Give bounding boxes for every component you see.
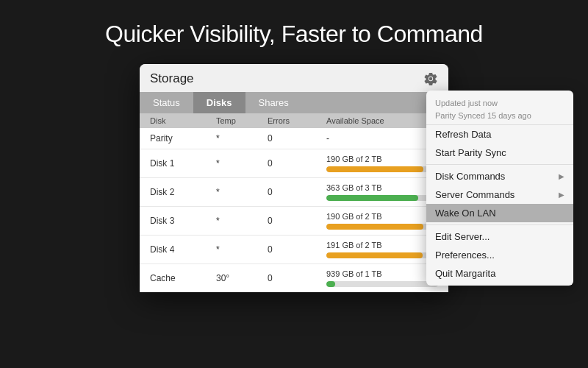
panel-header: Storage xyxy=(140,64,448,92)
table-row: Disk 4 * 0 191 GB of 2 TB xyxy=(140,236,448,264)
space-bar-container: 939 GB of 1 TB xyxy=(326,269,438,287)
dropdown-item[interactable]: Quit Margarita xyxy=(426,264,573,283)
table-body: Parity * 0 - Disk 1 * 0 190 GB of 2 TB D… xyxy=(140,128,448,292)
panel-title: Storage xyxy=(150,71,194,86)
bar-fill xyxy=(326,166,423,172)
space-label: 363 GB of 3 TB xyxy=(326,183,438,192)
col-space: Available Space xyxy=(326,116,438,125)
chevron-right-icon: ▶ xyxy=(559,191,564,199)
dropdown-item-label: Edit Server... xyxy=(435,231,490,242)
dropdown-menu: Updated just nowParity Synced 15 days ag… xyxy=(426,91,573,286)
disk-name: Disk 1 xyxy=(150,158,216,169)
update-time: Updated just now xyxy=(435,99,498,107)
disk-errors: 0 xyxy=(268,133,326,144)
tab-disks[interactable]: Disks xyxy=(193,92,245,113)
table-row: Disk 1 * 0 190 GB of 2 TB xyxy=(140,149,448,178)
space-bar-container: 190 GB of 2 TB xyxy=(326,155,438,172)
disk-errors: 0 xyxy=(268,158,326,169)
gear-icon[interactable] xyxy=(423,71,438,86)
panel-wrapper: Storage Status Disks Shares Disk Temp Er… xyxy=(140,64,448,292)
disk-errors: 0 xyxy=(268,244,326,255)
dropdown-item-label: Start Parity Sync xyxy=(435,147,506,158)
table-row: Cache 30° 0 939 GB of 1 TB xyxy=(140,264,448,292)
dropdown-item[interactable]: Server Commands▶ xyxy=(426,185,573,204)
dropdown-item[interactable]: Refresh Data xyxy=(426,125,573,144)
tabs-row: Status Disks Shares xyxy=(140,92,448,113)
disk-name: Parity xyxy=(150,133,216,144)
disk-temp: * xyxy=(216,158,268,169)
dropdown-item-label: Refresh Data xyxy=(435,129,492,140)
disk-temp: * xyxy=(216,216,268,226)
dropdown-info: Updated just nowParity Synced 15 days ag… xyxy=(426,93,573,125)
space-label: 191 GB of 2 TB xyxy=(326,241,438,250)
space-bar-container: 191 GB of 2 TB xyxy=(326,241,438,258)
chevron-right-icon: ▶ xyxy=(559,172,564,180)
space-label: 939 GB of 1 TB xyxy=(326,269,438,278)
disk-errors: 0 xyxy=(268,273,326,283)
bar-fill xyxy=(326,224,423,230)
dropdown-separator xyxy=(426,224,573,225)
tab-status[interactable]: Status xyxy=(140,92,193,113)
dropdown-separator xyxy=(426,164,573,165)
disk-errors: 0 xyxy=(268,216,326,226)
dropdown-item-label: Wake On LAN xyxy=(435,208,496,219)
dropdown-item[interactable]: Edit Server... xyxy=(426,227,573,246)
col-disk: Disk xyxy=(150,116,216,125)
dropdown-item[interactable]: Start Parity Sync xyxy=(426,144,573,162)
page-headline: Quicker Visibility, Faster to Command xyxy=(0,0,588,64)
space-label: 190 GB of 2 TB xyxy=(326,155,438,163)
bar-track xyxy=(326,166,438,172)
disk-temp: 30° xyxy=(216,273,268,283)
disk-name: Cache xyxy=(150,273,216,283)
dropdown-item[interactable]: Preferences... xyxy=(426,246,573,264)
bar-fill xyxy=(326,252,423,258)
disk-errors: 0 xyxy=(268,187,326,197)
disk-temp: * xyxy=(216,133,268,144)
space-bar-container: 190 GB of 2 TB xyxy=(326,212,438,230)
bar-fill xyxy=(326,281,335,287)
bar-track xyxy=(326,224,438,230)
dropdown-item[interactable]: Wake On LAN xyxy=(426,204,573,222)
col-errors: Errors xyxy=(268,116,326,125)
space-label: - xyxy=(326,133,438,144)
storage-panel: Storage Status Disks Shares Disk Temp Er… xyxy=(140,64,448,292)
dropdown-item-label: Preferences... xyxy=(435,250,495,261)
bar-track xyxy=(326,281,438,287)
space-label: 190 GB of 2 TB xyxy=(326,212,438,221)
table-header: Disk Temp Errors Available Space xyxy=(140,113,448,128)
bar-track xyxy=(326,252,438,258)
parity-time: Parity Synced 15 days ago xyxy=(435,111,531,120)
disk-temp: * xyxy=(216,244,268,255)
disk-name: Disk 2 xyxy=(150,187,216,197)
main-area: Storage Status Disks Shares Disk Temp Er… xyxy=(0,64,588,292)
bar-fill xyxy=(326,195,418,201)
dropdown-item[interactable]: Disk Commands▶ xyxy=(426,167,573,185)
table-row: Disk 3 * 0 190 GB of 2 TB xyxy=(140,207,448,236)
space-bar-container: 363 GB of 3 TB xyxy=(326,183,438,201)
bar-track xyxy=(326,195,438,201)
col-temp: Temp xyxy=(216,116,268,125)
dropdown-item-label: Disk Commands xyxy=(435,171,505,182)
disk-temp: * xyxy=(216,187,268,197)
table-row: Parity * 0 - xyxy=(140,128,448,149)
tab-shares[interactable]: Shares xyxy=(245,92,302,113)
dropdown-item-label: Quit Margarita xyxy=(435,268,495,279)
table-row: Disk 2 * 0 363 GB of 3 TB xyxy=(140,178,448,207)
dropdown-item-label: Server Commands xyxy=(435,189,514,200)
disk-name: Disk 3 xyxy=(150,216,216,226)
disk-name: Disk 4 xyxy=(150,244,216,255)
